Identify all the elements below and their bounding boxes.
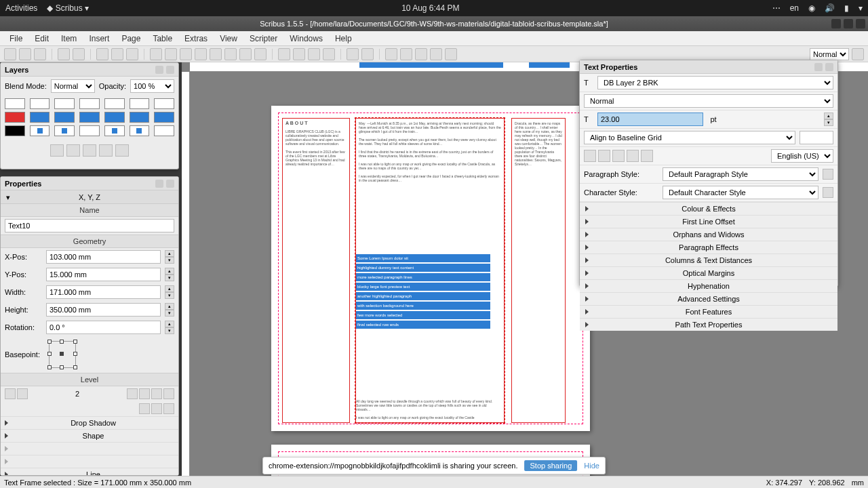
tool-undo[interactable] [58,48,70,60]
menu-view[interactable]: View [214,33,243,45]
font-size-input[interactable] [597,113,703,126]
menu-file[interactable]: File [4,33,28,45]
menu-help[interactable]: Help [330,33,357,45]
tool-select[interactable] [150,48,162,60]
level-group[interactable] [127,388,138,399]
battery-icon[interactable]: ▮ [844,3,849,13]
tool-cut[interactable] [96,48,108,60]
layer-down[interactable] [115,144,129,157]
tool-textframe[interactable] [165,48,177,60]
panel-close-icon[interactable] [166,66,174,74]
ypos-input[interactable] [46,268,161,281]
tool-eyedropper[interactable] [361,48,374,60]
hide-sharing-button[interactable]: Hide [584,462,599,470]
preview-mode-select[interactable]: Normal [810,48,849,60]
level-ungroup[interactable] [139,388,150,399]
tool-save[interactable] [34,48,46,60]
para-style-select[interactable]: Default Paragraph Style [663,167,818,181]
activities-button[interactable]: Activities [5,3,37,13]
section-shape[interactable]: Shape [12,432,174,440]
tool-polygon[interactable] [224,48,237,60]
tool-unlink[interactable] [323,48,335,60]
xpos-input[interactable] [46,250,161,264]
tool-open[interactable] [19,48,31,60]
fontsize-up[interactable]: ▴ [824,113,833,119]
tool-pdf-text[interactable] [400,48,412,60]
menu-insert[interactable]: Insert [83,33,115,45]
height-input[interactable] [46,303,161,317]
line-spacing-value[interactable] [800,131,833,144]
layer-up[interactable] [99,144,113,157]
char-style-edit[interactable] [823,187,833,198]
align-justify-icon[interactable] [627,150,639,162]
section-colour-effects[interactable]: Colour & Effects [580,202,837,215]
tool-pdf-push[interactable] [385,48,397,60]
align-center-icon[interactable] [598,150,610,162]
level-down2[interactable] [5,388,16,399]
blend-mode-select[interactable]: Normal [51,79,95,93]
lang-indicator[interactable]: en [790,3,799,13]
tool-measurements[interactable] [347,48,359,60]
spin-up[interactable]: ▴ [165,250,174,257]
menu-table[interactable]: Table [147,33,178,45]
volume-icon[interactable]: 🔊 [825,3,835,13]
layer-row-1[interactable] [5,110,174,124]
tool-zoom[interactable] [278,48,290,60]
align-left-icon[interactable] [584,150,596,162]
minimize-button[interactable] [831,19,841,28]
maximize-button[interactable] [844,19,853,28]
section-xyz[interactable]: X, Y, Z [79,193,100,201]
a11y-icon[interactable]: ◉ [808,3,815,13]
font-family-select[interactable]: DB Layer 2 BRK [597,76,833,89]
section-optical[interactable]: Optical Margins [580,266,837,279]
tool-link[interactable] [308,48,320,60]
section-orphans[interactable]: Orphans and Widows [580,228,837,241]
width-input[interactable] [46,285,161,299]
text-frame-selected[interactable]: May —Left Munich at 8:35 p.m., on 1st Ma… [355,118,505,423]
level-down[interactable] [17,388,28,399]
tool-paste[interactable] [126,48,138,60]
layer-row-2[interactable] [5,124,174,138]
opacity-select[interactable]: 100 % [130,79,174,93]
line-spacing-mode[interactable]: Align to Baseline Grid [584,131,795,144]
section-font-features[interactable]: Font Features [580,305,837,318]
text-frame-right[interactable]: Dracula, as there are no maps of this co… [511,118,566,423]
layer-duplicate[interactable] [83,144,96,157]
spin-down[interactable]: ▾ [165,257,174,264]
tool-table[interactable] [195,48,207,60]
align-forced-icon[interactable] [641,150,653,162]
section-columns[interactable]: Columns & Text Distances [580,253,837,266]
tool-shape[interactable] [210,48,222,60]
section-first-line[interactable]: First Line Offset [580,215,837,228]
stop-sharing-button[interactable]: Stop sharing [525,460,578,471]
vertical-ruler[interactable] [182,72,190,476]
tool-line[interactable] [239,48,252,60]
menu-page[interactable]: Page [116,33,146,45]
level-lock[interactable] [139,403,150,414]
power-icon[interactable]: ▾ [859,3,863,13]
tool-redo[interactable] [73,48,85,60]
panel-shade-icon[interactable] [814,63,823,71]
char-style-select[interactable]: Default Character Style [663,186,818,199]
section-dropshadow[interactable]: Drop Shadow [12,419,174,427]
panel-shade-icon[interactable] [155,66,163,74]
layer-add[interactable] [50,144,64,157]
tool-edit-contents[interactable] [293,48,305,60]
close-button[interactable] [856,19,865,28]
level-fliph[interactable] [151,388,162,399]
tool-copy[interactable] [111,48,123,60]
menu-edit[interactable]: Edit [29,33,54,45]
rotation-input[interactable] [46,321,161,334]
menu-extras[interactable]: Extras [179,33,213,45]
status-unit[interactable]: mm [852,479,864,487]
text-frame-about[interactable]: A B O U T LIBRE GRAPHICS CLUB (LGC) is a… [282,118,350,423]
toggle-cms[interactable] [852,48,864,60]
layer-delete[interactable] [66,144,80,157]
tool-pdf-list[interactable] [445,48,457,60]
section-para-effects[interactable]: Paragraph Effects [580,241,837,253]
level-nosize[interactable] [151,403,162,414]
section-path-text[interactable]: Path Text Properties [580,318,837,331]
panel-close-icon[interactable] [825,63,833,71]
tool-new[interactable] [4,48,16,60]
menu-item[interactable]: Item [56,33,82,45]
